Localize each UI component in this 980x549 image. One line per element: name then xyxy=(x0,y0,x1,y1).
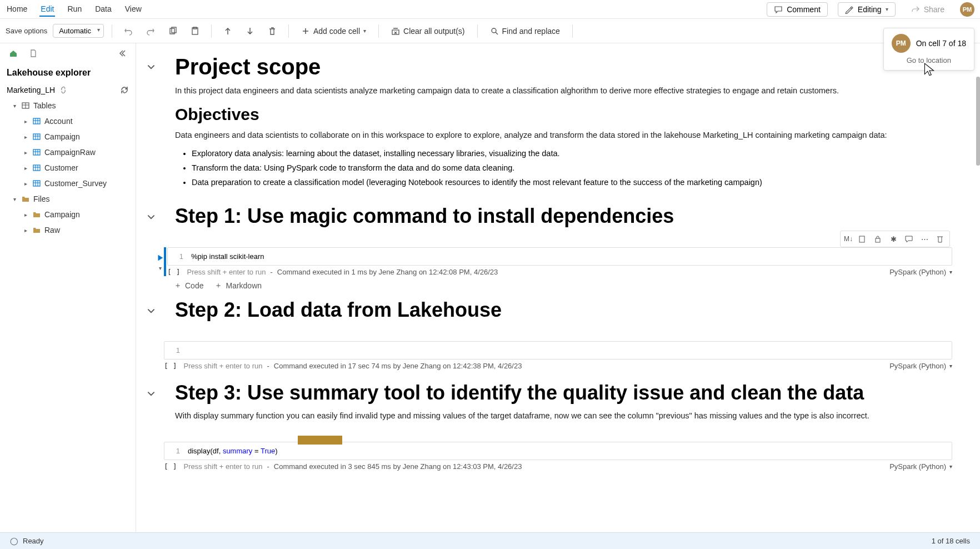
markdown-cell-scope[interactable]: Project scope In this project data engin… xyxy=(142,54,963,199)
link-icon[interactable] xyxy=(59,86,67,94)
files-tab-icon[interactable] xyxy=(29,49,38,58)
table-icon xyxy=(32,148,41,157)
comment-button[interactable]: Comment xyxy=(767,2,828,17)
collapse-cell-icon[interactable] xyxy=(146,306,156,316)
cell-comment-icon[interactable] xyxy=(903,233,915,245)
code-editor[interactable]: 1display(df, summary = True) xyxy=(164,442,952,460)
convert-markdown-button[interactable]: M↓ xyxy=(844,235,853,243)
find-replace-button[interactable]: Find and replace xyxy=(486,24,564,38)
add-code-button[interactable]: ＋Code xyxy=(174,281,203,291)
save-mode-dropdown[interactable]: Automatic xyxy=(53,24,104,38)
tree-table-item[interactable]: ▸Customer_Survey xyxy=(7,176,131,191)
scrollbar-thumb[interactable] xyxy=(976,77,980,166)
share-label: Share xyxy=(924,5,944,14)
code-cell-1[interactable]: M↓ ✱ ⋯ ▾ 1%pip install scikit-learn [ ] … xyxy=(164,247,952,276)
menu-view[interactable]: View xyxy=(124,2,143,17)
editing-dropdown[interactable]: Editing ▾ xyxy=(838,2,896,17)
menu-run[interactable]: Run xyxy=(66,2,83,17)
code-text: display(df, summary = True) xyxy=(188,447,278,455)
notebook-content[interactable]: Project scope In this project data engin… xyxy=(136,43,980,532)
redo-button[interactable] xyxy=(142,23,159,39)
line-number: 1 xyxy=(170,346,180,355)
svg-rect-4 xyxy=(392,30,399,34)
cell-more-icon[interactable]: ⋯ xyxy=(918,233,931,245)
markdown-cell-step2[interactable]: Step 2: Load data from Lakehouse xyxy=(142,298,963,336)
sidebar-title: Lakehouse explorer xyxy=(4,63,131,82)
language-dropdown[interactable]: PySpark (Python)▾ xyxy=(889,362,952,370)
line-number: 1 xyxy=(170,447,180,455)
run-options-icon[interactable]: ▾ xyxy=(159,265,162,271)
code-editor[interactable]: 1%pip install scikit-learn xyxy=(167,247,952,266)
lakehouse-name[interactable]: Marketing_LH xyxy=(7,86,55,94)
language-dropdown[interactable]: PySpark (Python)▾ xyxy=(889,462,952,471)
move-down-button[interactable] xyxy=(242,23,258,39)
plus-icon: ＋ xyxy=(174,281,182,291)
plus-icon: ＋ xyxy=(214,281,222,291)
undo-button[interactable] xyxy=(120,23,137,39)
go-to-location-link[interactable]: Go to location xyxy=(892,56,966,64)
separator xyxy=(572,24,573,38)
chevron-right-icon: ▸ xyxy=(22,165,29,171)
menu-data[interactable]: Data xyxy=(94,2,113,17)
tree-tables[interactable]: ▾ Tables xyxy=(7,98,131,113)
clear-outputs-button[interactable]: Clear all output(s) xyxy=(387,24,469,38)
exec-status: Command executed in 3 sec 845 ms by Jene… xyxy=(274,462,522,471)
cell-lock-icon[interactable] xyxy=(872,233,884,245)
menu-home[interactable]: Home xyxy=(6,2,28,17)
tree-table-item[interactable]: ▸Account xyxy=(7,113,131,129)
avatar[interactable]: PM xyxy=(960,2,974,17)
markdown-cell-step3[interactable]: Step 3: Use summary tool to identify the… xyxy=(142,381,963,436)
code-editor[interactable]: 1 xyxy=(164,341,952,360)
exec-bracket: [ ] xyxy=(167,268,180,276)
move-up-button[interactable] xyxy=(219,23,236,39)
refresh-icon[interactable] xyxy=(120,86,129,94)
dash: - xyxy=(267,462,269,471)
objective-item: Data preparation to create a classificat… xyxy=(192,176,936,189)
collapse-cell-icon[interactable] xyxy=(146,389,156,399)
run-cell-button[interactable] xyxy=(156,254,164,262)
separator xyxy=(477,24,478,38)
comment-icon xyxy=(774,5,783,14)
chevron-down-icon: ▾ xyxy=(363,28,366,34)
comment-label: Comment xyxy=(787,5,821,14)
search-icon xyxy=(490,27,499,36)
lakehouse-tab-icon[interactable] xyxy=(9,49,18,58)
add-markdown-button[interactable]: ＋Markdown xyxy=(214,281,262,291)
tree-table-item[interactable]: ▸Campaign xyxy=(7,129,131,144)
paste-button[interactable] xyxy=(187,23,203,39)
collapse-sidebar-icon[interactable] xyxy=(118,49,127,58)
svg-rect-13 xyxy=(876,238,880,242)
exec-bracket: [ ] xyxy=(164,462,177,471)
table-name: Campaign xyxy=(44,132,80,141)
language-dropdown[interactable]: PySpark (Python)▾ xyxy=(889,268,952,276)
tree-folder-item[interactable]: ▸Raw xyxy=(7,222,131,238)
add-code-label: Code xyxy=(185,281,203,290)
code-cell-2[interactable]: 1 [ ] Press shift + enter to run - Comma… xyxy=(164,341,952,370)
add-code-cell-button[interactable]: Add code cell ▾ xyxy=(297,24,371,38)
tree-files[interactable]: ▾ Files xyxy=(7,191,131,207)
svg-rect-7 xyxy=(33,118,40,124)
run-hint: Press shift + enter to run xyxy=(183,462,262,471)
copy-button[interactable] xyxy=(164,23,181,39)
scrollbar[interactable] xyxy=(973,43,980,532)
tree-folder-item[interactable]: ▸Campaign xyxy=(7,207,131,222)
tables-icon xyxy=(21,101,30,110)
chevron-down-icon: ▾ xyxy=(11,196,18,202)
code-cell-3[interactable]: 1display(df, summary = True) [ ] Press s… xyxy=(164,442,952,471)
tree-table-item[interactable]: ▸CampaignRaw xyxy=(7,144,131,160)
delete-button[interactable] xyxy=(264,23,281,39)
cell-delete-icon[interactable] xyxy=(934,233,946,245)
folder-name: Raw xyxy=(44,226,60,234)
collapse-cell-icon[interactable] xyxy=(146,212,156,222)
cell-copy-icon[interactable] xyxy=(856,233,868,245)
menu-edit[interactable]: Edit xyxy=(39,2,55,17)
cell-freeze-icon[interactable]: ✱ xyxy=(887,233,899,245)
cell-toolbar: M↓ ✱ ⋯ xyxy=(840,231,950,247)
chevron-down-icon: ▾ xyxy=(886,6,888,12)
tree-table-item[interactable]: ▸Customer xyxy=(7,160,131,176)
clear-outputs-label: Clear all output(s) xyxy=(403,27,465,36)
chevron-right-icon: ▸ xyxy=(22,118,29,124)
table-name: Account xyxy=(44,117,73,126)
collapse-cell-icon[interactable] xyxy=(146,62,156,72)
share-button: Share xyxy=(906,3,950,16)
